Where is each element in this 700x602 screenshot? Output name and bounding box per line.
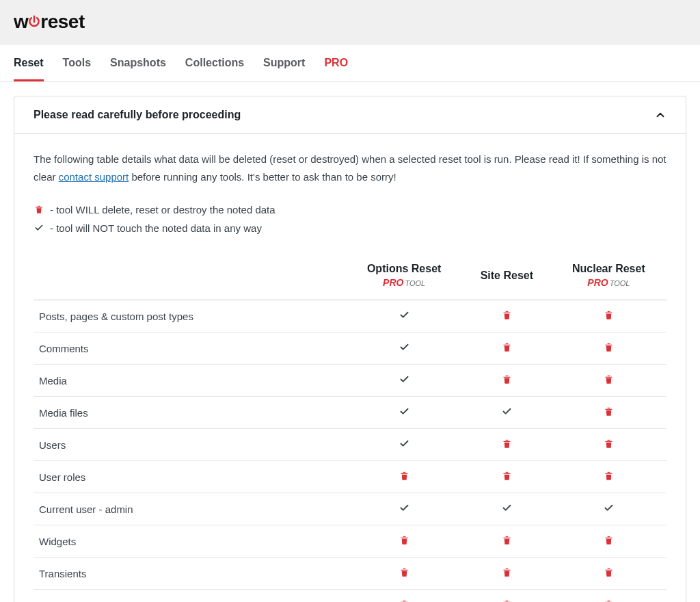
- table-header-nuclear-reset: Nuclear Reset PROTOOL: [551, 254, 667, 300]
- table-header-empty: [33, 254, 345, 300]
- legend-item-keep: - tool will NOT touch the noted data in …: [33, 219, 667, 237]
- tab-reset[interactable]: Reset: [14, 44, 44, 81]
- legend-keep-text: - tool will NOT touch the noted data in …: [50, 219, 262, 237]
- contact-support-link[interactable]: contact support: [59, 171, 129, 183]
- row-label: User roles: [33, 461, 345, 493]
- row-cell: [463, 365, 551, 397]
- legend-delete-text: - tool WILL delete, reset or destroy the…: [50, 200, 275, 219]
- table-header-row: Options Reset PROTOOL Site Reset Nuclear: [33, 254, 667, 300]
- table-row: Users: [33, 429, 667, 461]
- check-icon: [399, 310, 409, 320]
- panel-header[interactable]: Please read carefully before proceeding: [14, 96, 686, 134]
- row-cell: [463, 332, 551, 365]
- row-cell: [551, 558, 667, 590]
- logo-suffix: reset: [40, 11, 84, 33]
- row-cell: [463, 397, 551, 429]
- trash-icon: [399, 567, 409, 577]
- trash-icon: [604, 439, 614, 449]
- row-cell: [463, 300, 551, 332]
- info-panel: Please read carefully before proceeding …: [14, 96, 686, 602]
- row-cell: [463, 461, 551, 493]
- header-bar: w reset: [0, 0, 700, 44]
- trash-icon: [502, 342, 512, 352]
- row-cell: [551, 461, 667, 493]
- row-label: Posts, pages & custom post types: [33, 300, 345, 332]
- pro-badge: PRO: [587, 277, 608, 288]
- table-row: Media files: [33, 397, 667, 429]
- row-label: Settings & options (from WP, plugins & t…: [33, 590, 345, 602]
- trash-icon: [604, 406, 614, 417]
- table-row: Posts, pages & custom post types: [33, 300, 667, 332]
- table-row: Settings & options (from WP, plugins & t…: [33, 590, 667, 602]
- check-icon: [399, 439, 409, 449]
- content-area: Please read carefully before proceeding …: [0, 82, 700, 602]
- trash-icon: [604, 567, 614, 577]
- trash-icon: [399, 471, 409, 481]
- trash-icon: [502, 471, 512, 481]
- row-cell: [345, 300, 463, 332]
- table-row: Current user - admin: [33, 493, 667, 525]
- row-cell: [345, 558, 463, 590]
- tab-collections[interactable]: Collections: [185, 44, 244, 81]
- panel-body: The following table details what data wi…: [14, 134, 686, 602]
- power-icon: [27, 14, 42, 29]
- row-label: Comments: [33, 332, 345, 365]
- row-cell: [551, 365, 667, 397]
- row-cell: [345, 493, 463, 525]
- row-label: Media: [33, 365, 345, 397]
- table-header-site-reset: Site Reset: [463, 254, 551, 300]
- row-cell: [551, 525, 667, 558]
- tab-support[interactable]: Support: [263, 44, 305, 81]
- trash-icon: [502, 599, 512, 602]
- row-cell: [463, 558, 551, 590]
- col-title: Nuclear Reset: [556, 262, 661, 276]
- intro-suffix: before running any tools. It's better to…: [129, 171, 396, 183]
- trash-icon: [604, 535, 614, 545]
- trash-icon: [502, 567, 512, 577]
- row-label: Widgets: [33, 525, 345, 558]
- trash-icon: [502, 374, 512, 384]
- check-icon: [604, 503, 614, 513]
- row-cell: [463, 493, 551, 525]
- tab-snapshots[interactable]: Snapshots: [110, 44, 166, 81]
- tool-badge: TOOL: [405, 279, 425, 287]
- check-icon: [502, 406, 512, 417]
- table-row: Transients: [33, 558, 667, 590]
- legend: - tool WILL delete, reset or destroy the…: [33, 200, 667, 237]
- reset-comparison-table: Options Reset PROTOOL Site Reset Nuclear: [33, 254, 667, 603]
- check-icon: [33, 223, 44, 233]
- trash-icon: [399, 535, 409, 545]
- legend-item-delete: - tool WILL delete, reset or destroy the…: [33, 200, 667, 219]
- panel-title: Please read carefully before proceeding: [33, 109, 241, 121]
- row-cell: [345, 590, 463, 602]
- row-cell: [551, 332, 667, 365]
- row-cell: [345, 365, 463, 397]
- check-icon: [399, 374, 409, 384]
- table-row: Widgets: [33, 525, 667, 558]
- trash-icon: [502, 439, 512, 449]
- logo-prefix: w: [14, 11, 28, 33]
- col-title: Site Reset: [468, 269, 546, 283]
- check-icon: [399, 342, 409, 352]
- table-row: Media: [33, 365, 667, 397]
- check-icon: [399, 503, 409, 513]
- check-icon: [502, 503, 512, 513]
- tab-tools[interactable]: Tools: [63, 44, 91, 81]
- row-label: Current user - admin: [33, 493, 345, 525]
- row-cell: [551, 397, 667, 429]
- table-header-options-reset: Options Reset PROTOOL: [345, 254, 463, 300]
- trash-icon: [33, 205, 44, 214]
- table-row: User roles: [33, 461, 667, 493]
- pro-badge: PRO: [383, 277, 403, 288]
- row-cell: [345, 461, 463, 493]
- tabs-nav: Reset Tools Snapshots Collections Suppor…: [0, 44, 700, 82]
- row-label: Transients: [33, 558, 345, 590]
- trash-icon: [604, 471, 614, 481]
- logo-text: w reset: [14, 11, 85, 33]
- tab-pro[interactable]: PRO: [324, 44, 348, 81]
- row-cell: [345, 429, 463, 461]
- trash-icon: [604, 599, 614, 602]
- row-label: Users: [33, 429, 345, 461]
- row-cell: [551, 493, 667, 525]
- trash-icon: [604, 374, 614, 384]
